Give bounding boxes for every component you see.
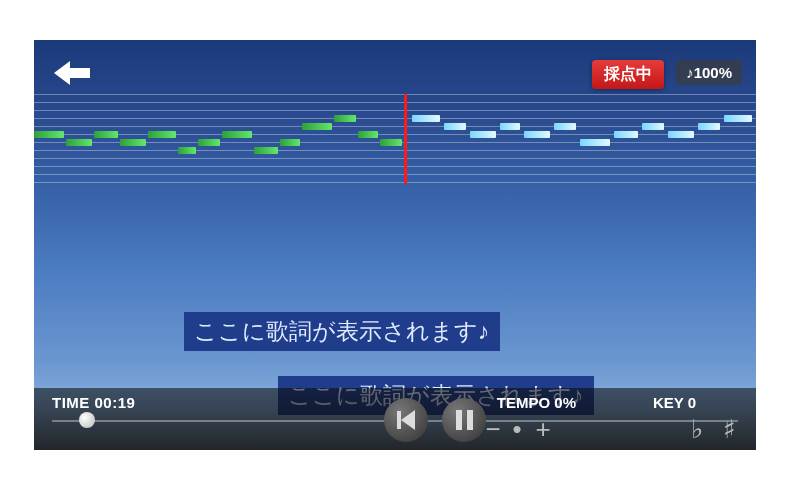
key-label: KEY 0 bbox=[653, 394, 696, 411]
sung-note bbox=[94, 131, 118, 138]
upcoming-note bbox=[470, 131, 496, 138]
skip-back-icon bbox=[395, 409, 417, 431]
sung-note bbox=[66, 139, 92, 146]
key-sharp-button[interactable]: ♯ bbox=[714, 414, 744, 444]
bottom-bar: TIME 00:19 TEMPO 0% KEY 0 − • + ♭ ♯ bbox=[34, 388, 756, 450]
time-label: TIME 00:19 bbox=[52, 394, 135, 411]
sung-note bbox=[254, 147, 278, 154]
pause-icon bbox=[456, 410, 473, 430]
upcoming-note bbox=[580, 139, 610, 146]
sung-note bbox=[380, 139, 402, 146]
sung-note bbox=[198, 139, 220, 146]
upcoming-note bbox=[724, 115, 752, 122]
lyric-line-1: ここに歌詞が表示されます♪ bbox=[184, 312, 500, 351]
pitch-track bbox=[34, 94, 756, 182]
seek-thumb[interactable] bbox=[79, 412, 95, 428]
plus-icon: + bbox=[535, 416, 550, 442]
sung-note bbox=[280, 139, 300, 146]
upcoming-note bbox=[642, 123, 664, 130]
sung-note bbox=[148, 131, 176, 138]
karaoke-app: 採点中 ♪100% ここに歌詞が表示されます♪ ここに歌詞が表示されます♪ TI… bbox=[34, 40, 756, 450]
tempo-label: TEMPO 0% bbox=[497, 394, 576, 411]
upcoming-note bbox=[444, 123, 466, 130]
upcoming-note bbox=[614, 131, 638, 138]
minus-icon: − bbox=[485, 416, 500, 442]
upcoming-note bbox=[668, 131, 694, 138]
sharp-icon: ♯ bbox=[723, 416, 736, 442]
flat-icon: ♭ bbox=[691, 416, 703, 442]
sung-note bbox=[120, 139, 146, 146]
key-flat-button[interactable]: ♭ bbox=[682, 414, 712, 444]
sung-note bbox=[302, 123, 332, 130]
upcoming-note bbox=[698, 123, 720, 130]
back-arrow-icon bbox=[54, 63, 94, 83]
pitch-notes bbox=[34, 94, 756, 182]
dot-icon: • bbox=[512, 416, 521, 442]
sung-note bbox=[222, 131, 252, 138]
tempo-up-button[interactable]: + bbox=[528, 414, 558, 444]
upcoming-note bbox=[500, 123, 520, 130]
playhead bbox=[404, 94, 407, 184]
upcoming-note bbox=[412, 115, 440, 122]
back-button[interactable] bbox=[48, 56, 100, 90]
sung-note bbox=[358, 131, 378, 138]
scoring-badge: 採点中 bbox=[592, 60, 664, 89]
upcoming-note bbox=[554, 123, 576, 130]
volume-badge[interactable]: ♪100% bbox=[676, 60, 742, 85]
upcoming-note bbox=[524, 131, 550, 138]
sung-note bbox=[334, 115, 356, 122]
previous-button[interactable] bbox=[384, 398, 428, 442]
sung-note bbox=[178, 147, 196, 154]
top-bar: 採点中 ♪100% bbox=[34, 54, 756, 94]
sung-note bbox=[34, 131, 64, 138]
